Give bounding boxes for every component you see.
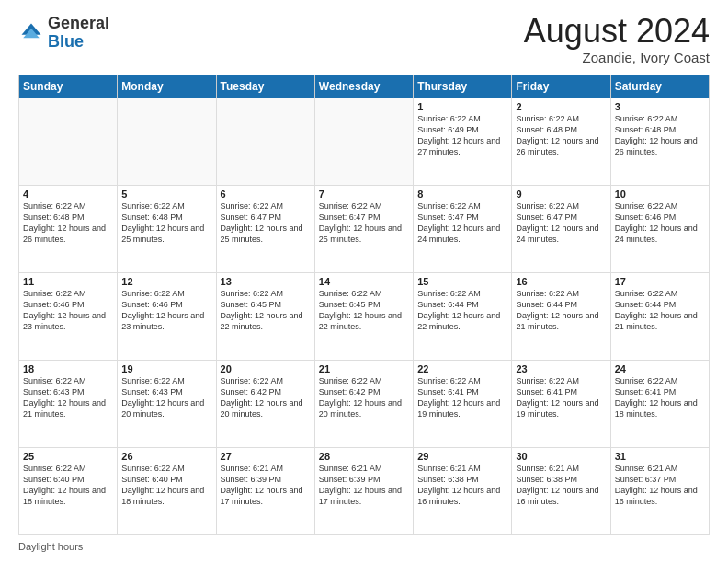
day-number: 16 [516,276,606,287]
day-info: Sunrise: 6:22 AM Sunset: 6:47 PM Dayligh… [516,201,606,246]
calendar-cell: 31Sunrise: 6:21 AM Sunset: 6:37 PM Dayli… [610,448,709,535]
calendar-week-3: 18Sunrise: 6:22 AM Sunset: 6:43 PM Dayli… [19,361,710,448]
day-number: 31 [615,451,705,462]
day-number: 25 [23,451,113,462]
day-info: Sunrise: 6:22 AM Sunset: 6:41 PM Dayligh… [516,375,606,420]
calendar-cell: 14Sunrise: 6:22 AM Sunset: 6:45 PM Dayli… [314,273,413,361]
day-info: Sunrise: 6:22 AM Sunset: 6:43 PM Dayligh… [23,375,113,420]
day-number: 8 [417,189,507,200]
day-info: Sunrise: 6:22 AM Sunset: 6:49 PM Dayligh… [417,113,507,158]
calendar-cell: 7Sunrise: 6:22 AM Sunset: 6:47 PM Daylig… [314,186,413,273]
day-info: Sunrise: 6:21 AM Sunset: 6:38 PM Dayligh… [516,463,606,508]
calendar-cell: 13Sunrise: 6:22 AM Sunset: 6:45 PM Dayli… [216,273,314,361]
day-number: 27 [221,451,311,462]
logo: General Blue [18,15,109,52]
day-info: Sunrise: 6:22 AM Sunset: 6:41 PM Dayligh… [615,375,705,420]
calendar-cell: 26Sunrise: 6:22 AM Sunset: 6:40 PM Dayli… [118,448,216,535]
calendar-header-friday: Friday [512,75,610,98]
title-block: August 2024 Zoandie, Ivory Coast [524,15,710,65]
day-number: 29 [417,451,507,462]
day-info: Sunrise: 6:21 AM Sunset: 6:38 PM Dayligh… [417,463,507,508]
footer: Daylight hours [18,541,710,552]
day-number: 11 [23,276,113,287]
day-info: Sunrise: 6:22 AM Sunset: 6:40 PM Dayligh… [121,463,211,508]
day-number: 10 [615,189,705,200]
calendar-cell: 2Sunrise: 6:22 AM Sunset: 6:48 PM Daylig… [512,98,610,186]
day-number: 17 [615,276,705,287]
calendar-cell: 24Sunrise: 6:22 AM Sunset: 6:41 PM Dayli… [610,361,709,448]
calendar-cell: 27Sunrise: 6:21 AM Sunset: 6:39 PM Dayli… [216,448,314,535]
day-number: 19 [121,363,211,374]
day-number: 12 [121,276,211,287]
day-info: Sunrise: 6:22 AM Sunset: 6:47 PM Dayligh… [417,201,507,246]
day-info: Sunrise: 6:21 AM Sunset: 6:37 PM Dayligh… [615,463,705,508]
calendar-cell: 23Sunrise: 6:22 AM Sunset: 6:41 PM Dayli… [512,361,610,448]
day-info: Sunrise: 6:21 AM Sunset: 6:39 PM Dayligh… [319,463,409,508]
calendar-cell: 10Sunrise: 6:22 AM Sunset: 6:46 PM Dayli… [610,186,709,273]
calendar-cell: 6Sunrise: 6:22 AM Sunset: 6:47 PM Daylig… [216,186,314,273]
logo-text: General Blue [48,15,109,52]
calendar-cell: 5Sunrise: 6:22 AM Sunset: 6:48 PM Daylig… [118,186,216,273]
day-info: Sunrise: 6:22 AM Sunset: 6:47 PM Dayligh… [319,201,409,246]
calendar-header-thursday: Thursday [414,75,512,98]
day-info: Sunrise: 6:22 AM Sunset: 6:45 PM Dayligh… [319,288,409,333]
calendar-cell: 17Sunrise: 6:22 AM Sunset: 6:44 PM Dayli… [610,273,709,361]
day-number: 13 [221,276,311,287]
calendar-cell: 22Sunrise: 6:22 AM Sunset: 6:41 PM Dayli… [414,361,512,448]
day-info: Sunrise: 6:22 AM Sunset: 6:44 PM Dayligh… [615,288,705,333]
header: General Blue August 2024 Zoandie, Ivory … [18,15,710,65]
calendar-cell: 18Sunrise: 6:22 AM Sunset: 6:43 PM Dayli… [19,361,118,448]
day-number: 9 [516,189,606,200]
day-number: 22 [417,363,507,374]
calendar-week-2: 11Sunrise: 6:22 AM Sunset: 6:46 PM Dayli… [19,273,710,361]
calendar-cell: 25Sunrise: 6:22 AM Sunset: 6:40 PM Dayli… [19,448,118,535]
calendar-cell: 9Sunrise: 6:22 AM Sunset: 6:47 PM Daylig… [512,186,610,273]
day-info: Sunrise: 6:22 AM Sunset: 6:42 PM Dayligh… [221,375,311,420]
day-info: Sunrise: 6:22 AM Sunset: 6:44 PM Dayligh… [417,288,507,333]
page: General Blue August 2024 Zoandie, Ivory … [0,0,728,563]
day-number: 14 [319,276,409,287]
day-number: 1 [417,101,507,112]
day-number: 3 [615,101,705,112]
calendar-header-monday: Monday [118,75,216,98]
day-info: Sunrise: 6:22 AM Sunset: 6:48 PM Dayligh… [516,113,606,158]
logo-icon [18,20,44,46]
day-number: 20 [221,363,311,374]
day-number: 2 [516,101,606,112]
day-number: 18 [23,363,113,374]
calendar-header-saturday: Saturday [610,75,709,98]
day-number: 4 [23,189,113,200]
calendar-cell: 29Sunrise: 6:21 AM Sunset: 6:38 PM Dayli… [414,448,512,535]
daylight-label: Daylight hours [18,541,83,552]
calendar-cell: 30Sunrise: 6:21 AM Sunset: 6:38 PM Dayli… [512,448,610,535]
day-number: 21 [319,363,409,374]
calendar-cell: 19Sunrise: 6:22 AM Sunset: 6:43 PM Dayli… [118,361,216,448]
day-info: Sunrise: 6:22 AM Sunset: 6:42 PM Dayligh… [319,375,409,420]
calendar-week-0: 1Sunrise: 6:22 AM Sunset: 6:49 PM Daylig… [19,98,710,186]
day-info: Sunrise: 6:22 AM Sunset: 6:45 PM Dayligh… [221,288,311,333]
day-number: 30 [516,451,606,462]
calendar-cell [216,98,314,186]
calendar-week-1: 4Sunrise: 6:22 AM Sunset: 6:48 PM Daylig… [19,186,710,273]
day-info: Sunrise: 6:22 AM Sunset: 6:40 PM Dayligh… [23,463,113,508]
day-number: 7 [319,189,409,200]
day-number: 5 [121,189,211,200]
calendar-cell: 12Sunrise: 6:22 AM Sunset: 6:46 PM Dayli… [118,273,216,361]
calendar-cell [118,98,216,186]
day-info: Sunrise: 6:22 AM Sunset: 6:41 PM Dayligh… [417,375,507,420]
calendar-cell: 11Sunrise: 6:22 AM Sunset: 6:46 PM Dayli… [19,273,118,361]
day-number: 26 [121,451,211,462]
day-info: Sunrise: 6:22 AM Sunset: 6:46 PM Dayligh… [615,201,705,246]
day-info: Sunrise: 6:22 AM Sunset: 6:46 PM Dayligh… [23,288,113,333]
calendar-cell [314,98,413,186]
day-number: 6 [221,189,311,200]
day-info: Sunrise: 6:22 AM Sunset: 6:46 PM Dayligh… [121,288,211,333]
day-info: Sunrise: 6:22 AM Sunset: 6:48 PM Dayligh… [121,201,211,246]
calendar-cell: 3Sunrise: 6:22 AM Sunset: 6:48 PM Daylig… [610,98,709,186]
calendar-cell: 28Sunrise: 6:21 AM Sunset: 6:39 PM Dayli… [314,448,413,535]
calendar-cell: 21Sunrise: 6:22 AM Sunset: 6:42 PM Dayli… [314,361,413,448]
day-info: Sunrise: 6:21 AM Sunset: 6:39 PM Dayligh… [221,463,311,508]
calendar-cell: 15Sunrise: 6:22 AM Sunset: 6:44 PM Dayli… [414,273,512,361]
day-number: 28 [319,451,409,462]
month-title: August 2024 [524,15,710,48]
